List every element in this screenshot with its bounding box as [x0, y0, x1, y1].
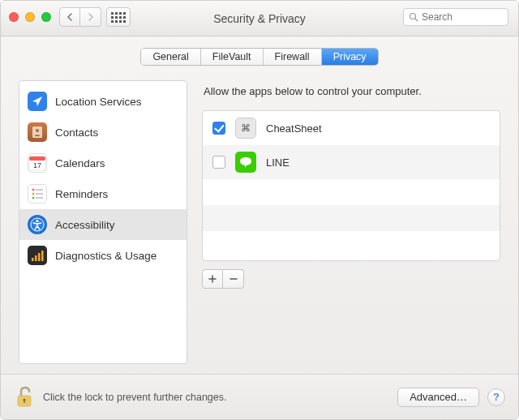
advanced-button[interactable]: Advanced…	[397, 388, 479, 407]
instruction-text: Allow the apps below to control your com…	[202, 80, 500, 110]
sidebar-item-label: Calendars	[55, 157, 105, 169]
svg-text:17: 17	[33, 161, 41, 169]
svg-rect-18	[41, 251, 44, 261]
svg-rect-17	[38, 253, 41, 261]
location-icon	[28, 92, 47, 111]
app-row-empty	[203, 231, 500, 257]
sidebar-item-diagnostics[interactable]: Diagnostics & Usage	[19, 240, 187, 271]
help-button[interactable]: ?	[487, 388, 505, 406]
lock-text: Click the lock to prevent further change…	[43, 392, 389, 403]
tab-filevault[interactable]: FileVault	[201, 49, 264, 65]
chevron-left-icon	[66, 13, 73, 21]
help-icon: ?	[493, 391, 500, 403]
sidebar-item-contacts[interactable]: Contacts	[19, 117, 187, 148]
sidebar-item-accessibility[interactable]: Accessibility	[19, 209, 187, 240]
svg-point-14	[36, 220, 38, 222]
search-icon	[409, 12, 418, 22]
window-controls	[9, 12, 51, 22]
app-checkbox[interactable]	[212, 122, 225, 135]
tab-privacy[interactable]: Privacy	[322, 49, 378, 65]
diagnostics-icon	[28, 246, 47, 265]
svg-point-9	[32, 193, 35, 195]
svg-line-1	[415, 19, 418, 21]
close-window-button[interactable]	[9, 12, 19, 22]
search-input[interactable]	[422, 11, 503, 23]
preferences-window: Security & Privacy General FileVault Fir…	[0, 0, 519, 420]
add-button[interactable]	[202, 269, 223, 289]
app-list: ⌘ CheatSheet LINE	[202, 110, 500, 261]
app-row-empty	[203, 205, 500, 231]
tab-general[interactable]: General	[141, 49, 200, 65]
sidebar-item-label: Reminders	[55, 188, 108, 200]
accessibility-icon	[28, 215, 47, 234]
contacts-icon	[28, 122, 47, 142]
toolbar-nav	[59, 7, 131, 27]
app-name: LINE	[266, 156, 290, 169]
tabs-row: General FileVault Firewall Privacy	[1, 36, 518, 74]
svg-point-11	[32, 197, 35, 199]
grid-icon	[111, 12, 126, 23]
minus-icon	[229, 275, 238, 283]
forward-button[interactable]	[80, 7, 101, 27]
svg-rect-22	[24, 400, 25, 403]
sidebar-item-label: Accessibility	[55, 219, 115, 231]
plus-icon	[208, 275, 217, 283]
right-pane: Allow the apps below to control your com…	[202, 80, 500, 364]
sidebar-item-label: Contacts	[55, 126, 98, 139]
chevron-right-icon	[88, 13, 94, 21]
app-row: LINE	[203, 145, 500, 179]
sidebar-item-label: Diagnostics & Usage	[55, 250, 157, 262]
add-remove-group	[202, 269, 500, 289]
back-button[interactable]	[59, 7, 80, 27]
svg-text:⌘: ⌘	[241, 122, 251, 134]
line-icon	[235, 152, 256, 173]
remove-button[interactable]	[223, 269, 244, 289]
svg-point-0	[410, 14, 416, 19]
svg-rect-15	[32, 258, 34, 261]
svg-point-3	[36, 129, 39, 132]
minimize-window-button[interactable]	[25, 12, 35, 22]
show-all-button[interactable]	[106, 7, 131, 27]
app-row-empty	[203, 179, 500, 205]
sidebar-item-reminders[interactable]: Reminders	[19, 178, 187, 209]
sidebar-item-label: Location Services	[55, 96, 142, 108]
svg-rect-16	[35, 255, 37, 261]
app-checkbox[interactable]	[212, 156, 225, 169]
tabs-group: General FileVault Firewall Privacy	[140, 48, 378, 66]
sidebar-item-calendars[interactable]: 17 Calendars	[19, 148, 187, 178]
app-row: ⌘ CheatSheet	[203, 111, 500, 145]
svg-point-7	[32, 189, 35, 191]
sidebar-item-location-services[interactable]: Location Services	[19, 86, 187, 117]
zoom-window-button[interactable]	[41, 12, 51, 22]
reminders-icon	[28, 184, 47, 204]
calendar-icon: 17	[28, 153, 47, 173]
search-field[interactable]	[403, 8, 508, 26]
lock-open-icon	[14, 385, 35, 409]
privacy-sidebar: Location Services Contacts 17 Calendars …	[19, 80, 187, 364]
content-area: Location Services Contacts 17 Calendars …	[1, 74, 518, 374]
lock-button[interactable]	[14, 385, 35, 409]
titlebar: Security & Privacy	[1, 1, 518, 36]
footer: Click the lock to prevent further change…	[1, 374, 518, 419]
tab-firewall[interactable]: Firewall	[264, 49, 322, 65]
app-name: CheatSheet	[266, 122, 322, 135]
cheatsheet-icon: ⌘	[235, 118, 256, 139]
svg-rect-5	[29, 156, 45, 161]
